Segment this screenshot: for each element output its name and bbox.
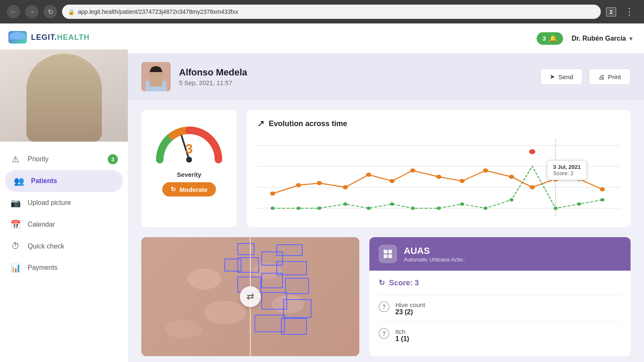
sidebar-item-patients[interactable]: 👥 Patients [5,170,123,192]
header-actions: ➤ Send 🖨 Print [540,68,631,85]
moderate-icon: ↻ [171,186,176,193]
forward-button[interactable]: → [25,5,39,18]
sidebar-item-quickcheck[interactable]: ⏱ Quick check [0,235,128,257]
patient-thumbnail [141,62,171,91]
hive-help-button[interactable]: ? [379,301,390,312]
user-name: Dr. Rubén García [571,35,626,42]
sidebar-item-calendar[interactable]: 📅 Calendar [0,214,128,235]
print-icon: 🖨 [598,73,605,80]
notification-button[interactable]: 3 🔔 [537,32,563,45]
svg-point-43 [577,202,581,206]
svg-point-16 [296,183,301,187]
svg-point-48 [187,269,221,290]
sidebar-item-priority[interactable]: ⚠ Priority 3 [0,148,128,170]
svg-point-15 [270,191,275,196]
svg-point-25 [509,175,514,179]
moderate-badge: ↻ Moderate [162,182,216,197]
itch-help-button[interactable]: ? [379,328,390,339]
svg-rect-54 [388,250,392,253]
svg-point-35 [390,202,394,206]
score-icon: ↻ [379,278,385,287]
user-menu[interactable]: Dr. Rubén García ▾ [571,35,632,42]
payments-icon: 📊 [10,263,21,273]
tooltip-date: 3 Jul, 2021 [553,164,581,170]
itch-info: Itch 1 (1) [395,328,409,343]
logo-area: LEGIT.HEALTH [0,23,128,49]
detection-box-13 [281,318,307,335]
chart-area: 1 2 3 4 [257,135,621,219]
detection-box-11 [283,299,312,318]
detection-box-8 [261,273,283,288]
priority-icon: ⚠ [10,154,21,164]
logo-icon [8,31,27,44]
svg-point-41 [529,149,535,154]
charts-row: 3 Severity ↻ Moderate ↗ Evolution across… [128,100,644,237]
lock-icon: 🔒 [68,9,75,15]
evolution-header: ↗ Evolution across time [257,118,621,129]
upload-icon: 📷 [10,198,21,208]
address-bar[interactable]: 🔒 app.legit.health/patient/2374723j4872n… [62,5,601,19]
svg-rect-3 [150,78,162,86]
main-content: 3 🔔 Dr. Rubén García ▾ Alfonso Medel [128,23,644,362]
auas-header: AUAS Automatic Urticaria Activ.. [369,237,631,271]
severity-label: Severity [177,171,201,178]
tab-count[interactable]: 2 [606,7,616,17]
svg-point-29 [600,187,605,191]
svg-point-18 [343,185,348,189]
svg-point-20 [390,179,395,183]
svg-point-17 [317,181,322,185]
svg-point-51 [164,320,202,339]
send-button[interactable]: ➤ Send [540,68,583,85]
svg-point-32 [317,207,322,210]
auas-panel: AUAS Automatic Urticaria Activ.. ↻ Score… [369,237,631,356]
notification-count: 3 [543,35,546,42]
auas-metric-itch: ? Itch 1 (1) [379,322,621,349]
svg-rect-53 [384,250,387,253]
browser-menu-button[interactable]: ⋮ [621,5,637,19]
sidebar: LEGIT.HEALTH ⚠ Priority 3 👥 Patients [0,23,128,362]
chevron-down-icon: ▾ [629,35,632,42]
app-container: LEGIT.HEALTH ⚠ Priority 3 👥 Patients [0,23,644,362]
bell-icon: 🔔 [549,35,557,42]
detection-box-1 [237,243,255,255]
tooltip-score: Score: 2 [553,170,581,176]
chart-tooltip: 3 Jul, 2021 Score: 2 [547,160,587,180]
quickcheck-label: Quick check [28,243,64,250]
url-text: app.legit.health/patient/2374723j4872n34… [78,8,238,15]
upload-label: Upload picture [28,199,71,207]
reload-button[interactable]: ↻ [44,5,57,18]
svg-point-23 [460,179,465,183]
trend-icon: ↗ [257,118,265,129]
top-header: 3 🔔 Dr. Rubén García ▾ [128,23,644,54]
bottom-section: ⇄ AUAS Automatic [128,237,644,362]
calendar-icon: 📅 [10,220,21,230]
auas-metric-hive: ? Hive count 23 (2) [379,295,621,322]
auas-body: ↻ Score: 3 ? Hive count 23 (2) ? Itch [369,271,631,356]
detection-box-5 [276,244,302,256]
patients-label: Patients [31,177,57,185]
auas-title-area: AUAS Automatic Urticaria Activ.. [404,246,465,263]
gauge-container: 3 [151,120,227,166]
sidebar-item-upload[interactable]: 📷 Upload picture [0,192,128,214]
svg-point-26 [530,185,535,189]
print-button[interactable]: 🖨 Print [589,68,631,85]
svg-point-33 [343,202,348,206]
payments-label: Payments [28,264,57,272]
severity-panel: 3 Severity ↻ Moderate [141,110,237,227]
back-button[interactable]: ← [7,5,20,18]
svg-text:3: 3 [185,141,193,156]
svg-point-50 [204,301,246,324]
auas-subtitle: Automatic Urticaria Activ.. [404,256,465,263]
svg-point-36 [411,207,415,210]
slider-control[interactable]: ⇄ [240,286,261,307]
svg-point-37 [437,207,441,210]
browser-chrome: ← → ↻ 🔒 app.legit.health/patient/2374723… [0,0,644,23]
quickcheck-icon: ⏱ [10,241,21,251]
evolution-panel: ↗ Evolution across time 1 2 3 4 [247,110,631,227]
sidebar-item-payments[interactable]: 📊 Payments [0,257,128,279]
priority-badge: 3 [108,154,118,164]
detection-box-3 [224,259,242,272]
calendar-label: Calendar [28,221,55,228]
patient-silhouette [26,54,102,142]
auas-icon [379,245,397,263]
